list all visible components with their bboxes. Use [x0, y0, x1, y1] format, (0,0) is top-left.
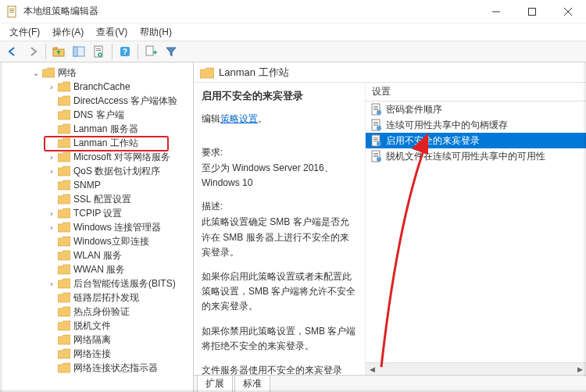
menu-help[interactable]: 帮助(H) — [134, 24, 178, 41]
tree-label: Lanman 工作站 — [73, 137, 138, 150]
column-header-setting[interactable]: 设置 — [366, 83, 586, 102]
folder-icon — [58, 292, 70, 303]
horizontal-scrollbar[interactable]: ◀▶ — [366, 362, 586, 375]
expand-icon[interactable]: › — [47, 223, 56, 232]
description-p4: 文件服务器使用不安全的来宾登录 — [202, 363, 357, 375]
show-hide-tree-button[interactable] — [70, 42, 88, 61]
folder-icon — [58, 250, 70, 261]
tree-folder-item[interactable]: ›TCPIP 设置 — [0, 206, 193, 220]
svg-rect-16 — [146, 46, 153, 55]
close-button[interactable] — [550, 0, 586, 23]
tree-folder-item[interactable]: SSL 配置设置 — [0, 192, 193, 206]
menu-view[interactable]: 查看(V) — [90, 24, 134, 41]
tree-label: Windows 连接管理器 — [73, 221, 161, 234]
description-column: 启用不安全的来宾登录 编辑策略设置。 要求: 至少为 Windows Serve… — [194, 83, 366, 375]
expand-icon[interactable]: › — [47, 153, 56, 162]
menu-action[interactable]: 操作(A) — [46, 24, 90, 41]
tree-folder-item[interactable]: ›BranchCache — [0, 80, 193, 94]
tree-folder-network[interactable]: ⌄ 网络 — [0, 66, 193, 80]
minimize-button[interactable] — [478, 0, 514, 23]
tree-folder-item[interactable]: 热点身份验证 — [0, 305, 193, 319]
app-icon — [6, 5, 19, 18]
help-button[interactable]: ? — [116, 42, 134, 61]
setting-label: 密码套件顺序 — [386, 103, 442, 116]
menu-file[interactable]: 文件(F) — [3, 24, 46, 41]
description-p3: 如果你禁用此策略设置，SMB 客户端将拒绝不安全的来宾登录。 — [202, 324, 357, 354]
folder-icon — [58, 306, 70, 317]
folder-icon — [58, 320, 70, 331]
folder-icon — [58, 222, 70, 233]
folder-icon — [58, 151, 70, 162]
setting-row[interactable]: 启用不安全的来宾登录 — [366, 133, 586, 148]
tree-folder-item[interactable]: WLAN 服务 — [0, 248, 193, 262]
setting-row[interactable]: 连续可用性共享中的句柄缓存 — [366, 117, 586, 133]
tree-folder-item[interactable]: ›QoS 数据包计划程序 — [0, 164, 193, 178]
tab-extended[interactable]: 扩展 — [197, 375, 233, 392]
collapse-icon[interactable]: ⌄ — [31, 69, 41, 77]
filter-button[interactable] — [162, 42, 180, 61]
details-header-title: Lanman 工作站 — [219, 66, 289, 80]
svg-rect-13 — [96, 50, 101, 51]
tree-folder-item[interactable]: Lanman 服务器 — [0, 122, 193, 136]
setting-icon — [370, 134, 383, 147]
tree-folder-item[interactable]: ›Windows 连接管理器 — [0, 220, 193, 234]
folder-icon — [58, 348, 70, 359]
tree-folder-item[interactable]: DirectAccess 客户端体验 — [0, 94, 193, 108]
tree-folder-item[interactable]: Lanman 工作站 — [0, 136, 193, 150]
svg-rect-19 — [373, 108, 378, 109]
svg-rect-1 — [9, 9, 14, 9]
tree-folder-item[interactable]: WWAN 服务 — [0, 262, 193, 276]
expand-icon[interactable]: › — [47, 280, 56, 288]
tree-label: BranchCache — [73, 81, 130, 92]
maximize-button[interactable] — [514, 0, 550, 23]
properties-button[interactable] — [90, 42, 109, 61]
tab-standard[interactable]: 标准 — [234, 375, 270, 392]
expand-icon[interactable]: › — [47, 209, 56, 218]
tree-label: TCPIP 设置 — [73, 207, 122, 220]
tree-folder-item[interactable]: 脱机文件 — [0, 319, 193, 333]
tree-folder-item[interactable]: 网络连接 — [0, 347, 193, 361]
tree-folder-item[interactable]: DNS 客户端 — [0, 108, 193, 122]
tree-label: Windows立即连接 — [73, 235, 149, 248]
folder-icon — [58, 166, 70, 176]
tree-label: 后台智能传送服务(BITS) — [73, 277, 176, 290]
tree-folder-item[interactable]: ›后台智能传送服务(BITS) — [0, 276, 193, 290]
folder-icon — [58, 109, 70, 120]
folder-icon — [58, 278, 70, 289]
setting-icon — [370, 103, 383, 116]
svg-rect-5 — [529, 8, 536, 15]
edit-policy-link[interactable]: 策略设置 — [220, 112, 258, 126]
setting-icon — [370, 150, 383, 162]
folder-icon — [58, 362, 70, 373]
up-folder-button[interactable] — [49, 42, 68, 61]
svg-rect-25 — [373, 125, 378, 126]
svg-rect-29 — [373, 139, 378, 140]
tree-folder-item[interactable]: 网络隔离 — [0, 333, 193, 347]
expand-icon[interactable]: › — [47, 83, 56, 91]
svg-rect-23 — [373, 122, 378, 123]
setting-label: 启用不安全的来宾登录 — [386, 134, 480, 148]
menu-bar: 文件(F) 操作(A) 查看(V) 帮助(H) — [0, 23, 586, 41]
folder-icon — [58, 334, 70, 345]
toolbar: ? — [0, 41, 586, 62]
folder-icon — [58, 95, 70, 106]
view-tabs: 扩展 标准 — [194, 375, 586, 392]
svg-rect-20 — [373, 109, 378, 110]
svg-rect-10 — [73, 47, 77, 56]
forward-button[interactable] — [23, 42, 42, 61]
tree-folder-item[interactable]: 链路层拓扑发现 — [0, 290, 193, 305]
back-button[interactable] — [3, 42, 22, 61]
tree-pane[interactable]: ⌄ 网络 ›BranchCacheDirectAccess 客户端体验DNS 客… — [0, 62, 194, 392]
tree-folder-item[interactable]: ›Microsoft 对等网络服务 — [0, 150, 193, 164]
setting-row[interactable]: 脱机文件在连续可用性共享中的可用性 — [366, 148, 586, 164]
folder-icon — [58, 81, 70, 92]
export-button[interactable] — [141, 42, 160, 61]
tree-folder-item[interactable]: 网络连接状态指示器 — [0, 361, 193, 375]
window-titlebar: 本地组策略编辑器 — [0, 0, 586, 23]
tree-folder-item[interactable]: Windows立即连接 — [0, 234, 193, 248]
tree-folder-item[interactable]: SNMP — [0, 178, 193, 192]
svg-rect-2 — [9, 10, 14, 11]
folder-icon — [58, 264, 70, 275]
expand-icon[interactable]: › — [47, 167, 56, 176]
setting-row[interactable]: 密码套件顺序 — [366, 102, 586, 117]
